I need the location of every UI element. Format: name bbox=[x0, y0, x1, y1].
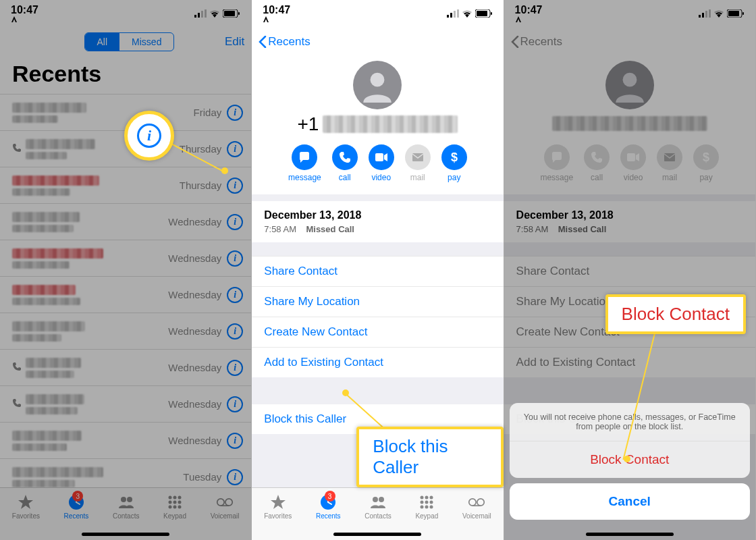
edit-button[interactable]: Edit bbox=[225, 35, 244, 49]
call-icon bbox=[332, 144, 358, 170]
tab-keypad[interactable]: Keypad bbox=[415, 493, 438, 520]
segment-missed[interactable]: Missed bbox=[119, 33, 173, 51]
tab-recents[interactable]: Recents3 bbox=[64, 493, 89, 520]
home-indicator bbox=[586, 533, 674, 536]
contact-sub-blur bbox=[26, 371, 74, 378]
phone-icon bbox=[12, 398, 22, 410]
action-label: video bbox=[624, 173, 643, 182]
info-button[interactable]: i bbox=[227, 469, 243, 485]
recent-row[interactable]: Fridayi bbox=[0, 94, 251, 130]
pay-icon: $ bbox=[441, 144, 467, 170]
recent-row[interactable]: Wednesdayi bbox=[0, 349, 251, 385]
tab-voicemail[interactable]: Voicemail bbox=[211, 493, 240, 520]
signal-icon bbox=[194, 9, 207, 18]
recents-list: FridayiThursdayiThursdayiWednesdayiWedne… bbox=[0, 94, 251, 487]
recent-row[interactable]: Wednesdayi bbox=[0, 422, 251, 458]
tab-contacts[interactable]: Contacts bbox=[113, 493, 139, 520]
add-contact-button[interactable]: Add to Existing Contact bbox=[252, 347, 503, 377]
tab-favorites[interactable]: Favorites bbox=[264, 493, 292, 520]
info-button[interactable]: i bbox=[227, 214, 243, 230]
contact-header: messagecallvideomail$pay bbox=[504, 57, 755, 194]
svg-point-44 bbox=[430, 506, 433, 509]
share-contact-button[interactable]: Share Contact bbox=[252, 256, 503, 286]
tab-voicemail[interactable]: Voicemail bbox=[462, 493, 491, 520]
info-button[interactable]: i bbox=[227, 433, 243, 449]
info-button[interactable]: i bbox=[227, 250, 243, 267]
action-pay[interactable]: $pay bbox=[441, 144, 467, 182]
action-mail: mail bbox=[405, 144, 431, 182]
callout-info-icon: i bbox=[124, 111, 174, 161]
info-button[interactable]: i bbox=[227, 141, 243, 157]
chevron-left-icon bbox=[511, 36, 519, 48]
callout-dot bbox=[624, 456, 630, 462]
action-label: message bbox=[540, 173, 573, 182]
svg-rect-54 bbox=[742, 12, 744, 15]
keypad-icon bbox=[166, 493, 184, 511]
detail-sections: December 13, 2018 7:58 AM Missed Call bbox=[504, 194, 755, 249]
back-button[interactable]: Recents bbox=[259, 35, 310, 49]
svg-point-39 bbox=[421, 501, 424, 504]
action-call[interactable]: call bbox=[332, 144, 358, 182]
svg-point-37 bbox=[425, 496, 429, 500]
action-video[interactable]: video bbox=[369, 144, 394, 182]
avatar bbox=[605, 61, 654, 109]
call-day: Wednesday bbox=[168, 289, 221, 300]
tab-keypad[interactable]: Keypad bbox=[163, 493, 186, 520]
info-button[interactable]: i bbox=[227, 396, 243, 412]
contact-name-blur bbox=[12, 212, 80, 222]
status-bar: 10:47 bbox=[0, 0, 251, 27]
contact-name-blur bbox=[26, 394, 84, 404]
call-day: Wednesday bbox=[168, 216, 221, 227]
screen-block-sheet: 10:47 Recents messagecallvideomail$pay D… bbox=[504, 0, 756, 540]
recent-row[interactable]: Wednesdayi bbox=[0, 313, 251, 349]
info-button[interactable]: i bbox=[227, 105, 243, 121]
add-contact-button: Add to Existing Contact bbox=[504, 347, 755, 377]
call-sub: 7:58 AM Missed Call bbox=[516, 224, 743, 234]
svg-rect-31 bbox=[412, 153, 423, 161]
tab-label: Recents bbox=[64, 512, 89, 520]
create-contact-button[interactable]: Create New Contact bbox=[252, 317, 503, 347]
recent-row[interactable]: Wednesdayi bbox=[0, 203, 251, 240]
action-label: mail bbox=[662, 173, 677, 182]
info-button[interactable]: i bbox=[227, 178, 243, 194]
favorites-icon bbox=[269, 493, 287, 511]
contact-sub-blur bbox=[12, 261, 70, 269]
mail-icon bbox=[657, 144, 682, 170]
recent-row[interactable]: Wednesdayi bbox=[0, 276, 251, 313]
action-message[interactable]: message bbox=[288, 144, 321, 182]
tab-recents[interactable]: Recents3 bbox=[316, 493, 341, 520]
info-button[interactable]: i bbox=[227, 360, 243, 376]
keypad-icon bbox=[418, 493, 435, 511]
tab-contacts[interactable]: Contacts bbox=[364, 493, 391, 520]
recent-row[interactable]: Wednesdayi bbox=[0, 385, 251, 422]
segment-control[interactable]: All Missed bbox=[84, 32, 175, 51]
info-button[interactable]: i bbox=[227, 287, 243, 303]
share-location-button[interactable]: Share My Location bbox=[252, 286, 503, 317]
tab-favorites[interactable]: Favorites bbox=[12, 493, 40, 520]
contact-number bbox=[552, 116, 707, 135]
recent-row[interactable]: Tuesdayi bbox=[0, 458, 251, 487]
svg-rect-23 bbox=[450, 13, 452, 18]
contact-header: +1 messagecallvideomail$pay bbox=[252, 57, 503, 194]
video-icon bbox=[369, 144, 394, 170]
call-day: Wednesday bbox=[168, 362, 221, 373]
battery-icon bbox=[223, 9, 240, 18]
sheet-cancel-button[interactable]: Cancel bbox=[510, 483, 750, 520]
recent-row[interactable]: Wednesdayi bbox=[0, 240, 251, 276]
contact-sub-blur bbox=[26, 407, 78, 414]
nav-bar: Recents bbox=[252, 27, 503, 57]
svg-point-15 bbox=[178, 501, 182, 504]
svg-point-18 bbox=[178, 506, 182, 509]
svg-point-19 bbox=[217, 499, 224, 506]
callout-dot bbox=[221, 167, 228, 174]
contact-name-blur bbox=[26, 358, 81, 368]
info-button[interactable]: i bbox=[227, 323, 243, 340]
svg-rect-22 bbox=[447, 15, 449, 18]
wifi-icon bbox=[462, 9, 473, 18]
segment-all[interactable]: All bbox=[85, 33, 120, 51]
svg-rect-28 bbox=[491, 12, 492, 15]
avatar bbox=[353, 61, 402, 109]
svg-point-8 bbox=[121, 497, 126, 502]
call-day: Friday bbox=[194, 107, 222, 118]
recent-row[interactable]: Thursdayi bbox=[0, 167, 251, 203]
